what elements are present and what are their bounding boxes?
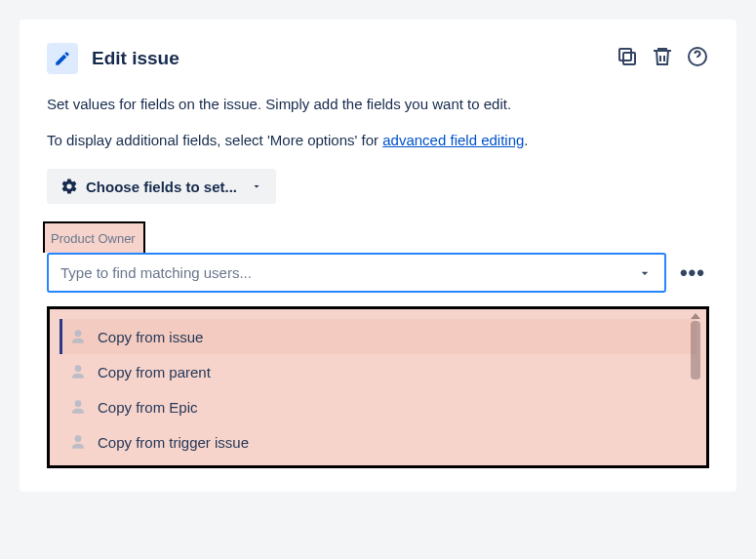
choose-fields-button[interactable]: Choose fields to set... (47, 169, 276, 204)
dropdown-item-label: Copy from issue (98, 329, 203, 345)
advanced-editing-link[interactable]: advanced field editing (382, 132, 524, 148)
copy-icon[interactable] (616, 45, 639, 72)
svg-rect-1 (619, 49, 631, 60)
product-owner-select[interactable]: Type to find matching users... (47, 253, 666, 293)
trash-icon[interactable] (651, 45, 674, 72)
person-icon (68, 432, 88, 452)
person-icon (68, 327, 88, 346)
description-1: Set values for fields on the issue. Simp… (47, 94, 709, 116)
dropdown-item-copy-from-epic[interactable]: Copy from Epic (60, 389, 696, 424)
dropdown-item-label: Copy from Epic (98, 399, 198, 416)
help-icon[interactable] (686, 45, 709, 72)
title-group: Edit issue (47, 43, 179, 74)
header-actions (616, 45, 709, 72)
pencil-icon (47, 43, 78, 74)
edit-issue-panel: Edit issue Set values for fields on the … (20, 20, 736, 492)
svg-rect-0 (623, 53, 635, 64)
scroll-up-arrow (691, 313, 700, 319)
description-2-suffix: . (524, 132, 528, 148)
person-icon (68, 397, 88, 417)
field-label: Product Owner (45, 231, 136, 246)
scroll-thumb[interactable] (691, 321, 700, 379)
chevron-down-icon (637, 265, 653, 281)
dropdown-item-copy-from-parent[interactable]: Copy from parent (60, 354, 696, 389)
more-options-button[interactable]: ••• (676, 260, 709, 286)
gear-icon (60, 178, 78, 195)
description-2-prefix: To display additional fields, select 'Mo… (47, 132, 382, 148)
chevron-down-icon (251, 180, 262, 192)
dropdown-item-label: Copy from parent (98, 364, 211, 380)
panel-title: Edit issue (92, 48, 179, 69)
select-placeholder: Type to find matching users... (60, 264, 252, 281)
dropdown-item-copy-from-trigger-issue[interactable]: Copy from trigger issue (60, 424, 696, 459)
dropdown-item-label: Copy from trigger issue (98, 434, 249, 451)
choose-fields-label: Choose fields to set... (86, 179, 237, 195)
scrollbar[interactable] (691, 321, 700, 454)
description-2: To display additional fields, select 'Mo… (47, 130, 709, 152)
dropdown-menu: Copy from issue Copy from parent Copy fr… (47, 306, 709, 468)
panel-header: Edit issue (47, 43, 709, 74)
dropdown-item-copy-from-issue[interactable]: Copy from issue (60, 319, 696, 354)
person-icon (68, 362, 88, 381)
field-label-highlight: Product Owner (43, 221, 145, 253)
field-row: Type to find matching users... ••• (47, 253, 709, 293)
